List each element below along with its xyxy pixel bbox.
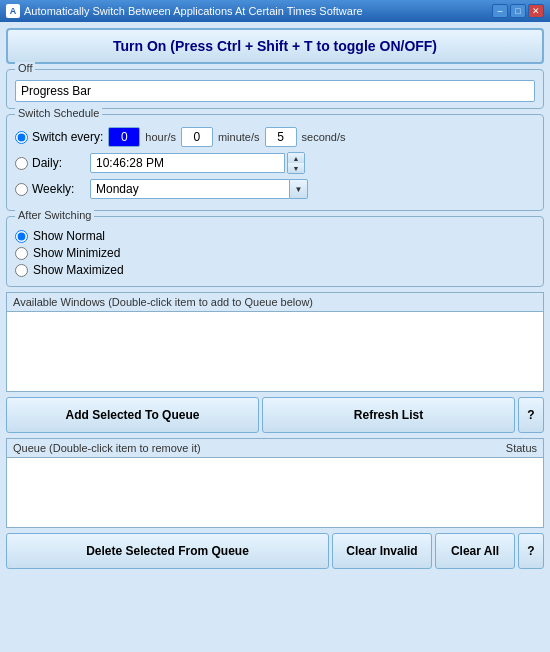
queue-list[interactable] <box>7 458 543 522</box>
close-button[interactable]: ✕ <box>528 4 544 18</box>
show-normal-row: Show Normal <box>15 229 535 243</box>
available-windows-panel: Available Windows (Double-click item to … <box>6 292 544 392</box>
hours-unit: hour/s <box>145 131 176 143</box>
off-section-title: Off <box>15 62 35 74</box>
show-maximized-radio[interactable] <box>15 264 28 277</box>
seconds-unit: second/s <box>302 131 346 143</box>
time-down-arrow[interactable]: ▼ <box>288 163 304 173</box>
show-maximized-row: Show Maximized <box>15 263 535 277</box>
weekly-label: Weekly: <box>15 182 85 196</box>
after-switching-section: After Switching Show Normal Show Minimiz… <box>6 216 544 287</box>
help-available-button[interactable]: ? <box>518 397 544 433</box>
off-input[interactable] <box>15 80 535 102</box>
switch-every-row: Switch every: hour/s minute/s second/s <box>15 127 535 147</box>
queue-panel: Queue (Double-click item to remove it) S… <box>6 438 544 528</box>
schedule-section-title: Switch Schedule <box>15 107 102 119</box>
switch-every-radio[interactable] <box>15 131 28 144</box>
show-minimized-radio[interactable] <box>15 247 28 260</box>
refresh-list-button[interactable]: Refresh List <box>262 397 515 433</box>
switch-every-label: Switch every: <box>15 130 103 144</box>
delete-from-queue-button[interactable]: Delete Selected From Queue <box>6 533 329 569</box>
available-buttons-row: Add Selected To Queue Refresh List ? <box>6 397 544 433</box>
hours-input[interactable] <box>108 127 140 147</box>
queue-header-label: Queue (Double-click item to remove it) <box>13 442 201 454</box>
turn-on-button[interactable]: Turn On (Press Ctrl + Shift + T to toggl… <box>6 28 544 64</box>
minimize-button[interactable]: – <box>492 4 508 18</box>
app-icon: A <box>6 4 20 18</box>
weekly-dropdown-input[interactable] <box>90 179 290 199</box>
show-minimized-label: Show Minimized <box>33 246 120 260</box>
daily-radio[interactable] <box>15 157 28 170</box>
after-switching-title: After Switching <box>15 209 94 221</box>
available-windows-list[interactable] <box>7 312 543 386</box>
off-section: Off <box>6 69 544 109</box>
time-up-arrow[interactable]: ▲ <box>288 153 304 163</box>
title-bar: A Automatically Switch Between Applicati… <box>0 0 550 22</box>
weekly-dropdown-arrow[interactable]: ▼ <box>290 179 308 199</box>
help-queue-button[interactable]: ? <box>518 533 544 569</box>
main-window: Turn On (Press Ctrl + Shift + T to toggl… <box>0 22 550 652</box>
queue-status-header: Status <box>506 442 537 454</box>
weekly-dropdown-wrapper: ▼ <box>90 179 308 199</box>
add-to-queue-button[interactable]: Add Selected To Queue <box>6 397 259 433</box>
weekly-radio[interactable] <box>15 183 28 196</box>
seconds-input[interactable] <box>265 127 297 147</box>
show-normal-radio[interactable] <box>15 230 28 243</box>
title-bar-text: Automatically Switch Between Application… <box>24 5 363 17</box>
show-maximized-label: Show Maximized <box>33 263 124 277</box>
time-spinner[interactable]: ▲ ▼ <box>287 152 305 174</box>
schedule-section: Switch Schedule Switch every: hour/s min… <box>6 114 544 211</box>
queue-header: Queue (Double-click item to remove it) S… <box>7 439 543 458</box>
clear-all-button[interactable]: Clear All <box>435 533 515 569</box>
weekly-row: Weekly: ▼ <box>15 179 535 199</box>
time-wrapper: ▲ ▼ <box>90 152 305 174</box>
clear-invalid-button[interactable]: Clear Invalid <box>332 533 432 569</box>
time-input[interactable] <box>90 153 285 173</box>
minutes-unit: minute/s <box>218 131 260 143</box>
maximize-button[interactable]: □ <box>510 4 526 18</box>
daily-label: Daily: <box>15 156 85 170</box>
show-normal-label: Show Normal <box>33 229 105 243</box>
bottom-buttons-row: Delete Selected From Queue Clear Invalid… <box>6 533 544 569</box>
available-windows-header: Available Windows (Double-click item to … <box>7 293 543 312</box>
minutes-input[interactable] <box>181 127 213 147</box>
title-bar-left: A Automatically Switch Between Applicati… <box>6 4 363 18</box>
show-minimized-row: Show Minimized <box>15 246 535 260</box>
daily-row: Daily: ▲ ▼ <box>15 152 535 174</box>
window-controls: – □ ✕ <box>492 4 544 18</box>
